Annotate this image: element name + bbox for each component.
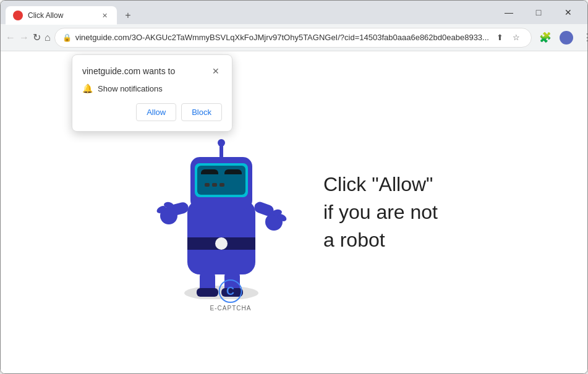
maximize-button[interactable]: □ (524, 2, 553, 22)
notification-label: Show notifications (98, 84, 163, 93)
address-right-icons: ⬆ ☆ (493, 30, 524, 45)
bell-icon: 🔔 (82, 83, 93, 93)
svg-rect-13 (219, 183, 224, 187)
forward-button[interactable]: → (19, 28, 29, 48)
popup-buttons: Allow Block (82, 103, 222, 121)
more-menu-button[interactable]: ⋮ (577, 28, 588, 48)
close-button[interactable]: ✕ (554, 2, 582, 22)
main-text: Click "Allow"if you are nota robot (323, 171, 438, 253)
new-tab-button[interactable]: + (119, 7, 137, 24)
popup-notification-row: 🔔 Show notifications (82, 83, 222, 93)
svg-rect-11 (205, 183, 210, 187)
svg-rect-10 (224, 174, 242, 179)
tab-title: Click Allow (28, 11, 95, 20)
address-text: vinetguide.com/3O-AKGUc2TaWmmyBSVLqXkFoJ… (75, 33, 489, 42)
popup-header: vinetguide.com wants to ✕ (82, 65, 222, 77)
minimize-button[interactable]: — (495, 2, 523, 22)
captcha-area: C E-CAPTCHA (210, 279, 252, 312)
tab-bar: Click Allow ✕ + (6, 1, 492, 24)
puzzle-icon: 🧩 (539, 32, 552, 43)
svg-point-15 (218, 139, 225, 147)
nav-bar: ← → ↻ ⌂ 🔒 vinetguide.com/3O-AKGUc2TaWmmy… (1, 24, 587, 51)
svg-rect-9 (201, 174, 218, 179)
browser-window: Click Allow ✕ + — □ ✕ ← → ↻ ⌂ 🔒 vinetgui… (0, 0, 588, 374)
captcha-label: E-CAPTCHA (210, 305, 252, 312)
popup-title: vinetguide.com wants to (82, 66, 175, 76)
refresh-button[interactable]: ↻ (33, 28, 41, 48)
bookmark-icon[interactable]: ☆ (509, 30, 524, 45)
home-button[interactable]: ⌂ (45, 28, 51, 48)
address-bar[interactable]: 🔒 vinetguide.com/3O-AKGUc2TaWmmyBSVLqXkF… (54, 28, 532, 48)
popup-close-button[interactable]: ✕ (210, 65, 222, 77)
block-button[interactable]: Block (181, 103, 222, 121)
captcha-logo-icon: C (218, 279, 243, 304)
notification-popup: vinetguide.com wants to ✕ 🔔 Show notific… (72, 54, 232, 132)
page-content: vinetguide.com wants to ✕ 🔔 Show notific… (1, 51, 587, 373)
back-button[interactable]: ← (6, 28, 15, 48)
tab-favicon (13, 11, 23, 20)
svg-text:C: C (226, 285, 234, 297)
svg-rect-14 (219, 145, 223, 158)
title-bar: Click Allow ✕ + — □ ✕ (1, 1, 587, 24)
active-tab[interactable]: Click Allow ✕ (6, 6, 117, 25)
lock-icon: 🔒 (62, 33, 72, 42)
profile-icon (560, 31, 573, 45)
robot-illustration: C E-CAPTCHA (150, 108, 311, 318)
share-icon[interactable]: ⬆ (493, 30, 508, 45)
allow-button[interactable]: Allow (136, 103, 176, 121)
nav-right-icons: 🧩 ⋮ (535, 28, 588, 48)
window-controls: — □ ✕ (495, 2, 582, 22)
main-text-container: Click "Allow"if you are nota robot (323, 171, 438, 253)
tab-close-button[interactable]: ✕ (100, 11, 109, 20)
profile-button[interactable] (556, 28, 576, 48)
svg-rect-12 (212, 183, 217, 187)
extensions-menu-button[interactable]: 🧩 (535, 28, 555, 48)
svg-point-3 (215, 237, 228, 250)
